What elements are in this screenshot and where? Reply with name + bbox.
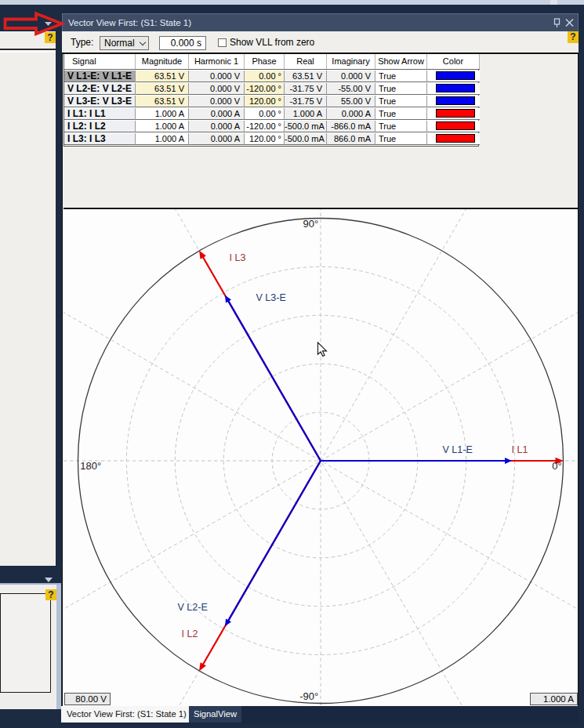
svg-text:90°: 90°	[303, 218, 318, 230]
svg-text:0°: 0°	[552, 460, 561, 472]
svg-text:-90°: -90°	[299, 690, 318, 702]
svg-text:I L1: I L1	[511, 444, 528, 455]
svg-text:V L2-E: V L2-E	[177, 602, 207, 613]
svg-text:V L3-E: V L3-E	[256, 292, 285, 303]
svg-text:I L3: I L3	[229, 252, 245, 263]
svg-text:I L2: I L2	[181, 628, 198, 639]
svg-text:V L1-E: V L1-E	[442, 444, 472, 455]
svg-text:180°: 180°	[80, 460, 101, 472]
